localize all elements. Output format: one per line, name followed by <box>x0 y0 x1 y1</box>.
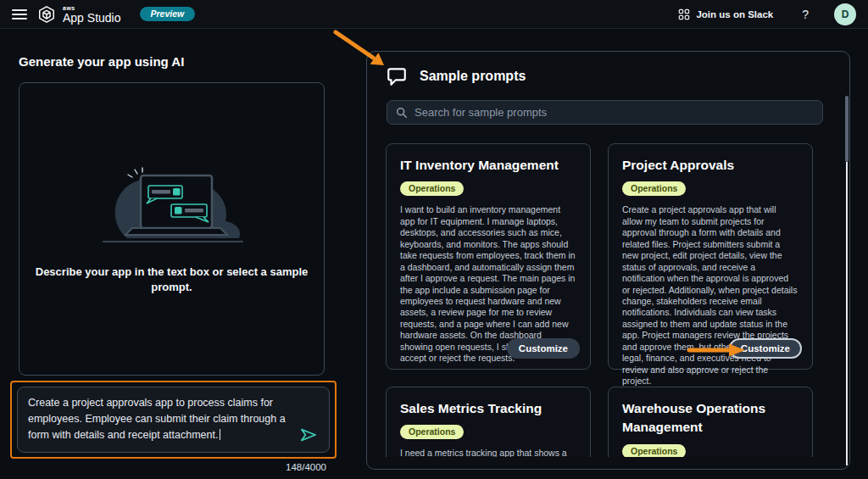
sample-prompts-search[interactable] <box>387 100 823 125</box>
brand-name-label: App Studio <box>63 12 121 24</box>
user-avatar[interactable]: D <box>834 3 856 25</box>
card-description: I need a metrics tracking app that shows… <box>400 448 576 457</box>
sample-prompts-title: Sample prompts <box>420 69 526 84</box>
generate-app-heading: Generate your app using AI <box>19 54 184 69</box>
join-slack-link[interactable]: Join us on Slack <box>678 8 773 20</box>
search-icon <box>396 107 408 119</box>
app-studio-logo[interactable]: aws App Studio <box>37 5 121 24</box>
prompt-highlight-annotation: Create a project approvals app to proces… <box>10 381 337 459</box>
ai-prompt-empty-state: Describe your app in the text box or sel… <box>19 82 325 376</box>
card-title: Warehouse Operations Management <box>622 399 798 437</box>
customize-button[interactable]: Customize <box>729 338 802 359</box>
operations-badge: Operations <box>622 444 686 457</box>
operations-badge: Operations <box>400 181 464 196</box>
empty-state-caption: Describe your app in the text box or sel… <box>35 265 309 294</box>
operations-badge: Operations <box>400 425 464 439</box>
sample-prompt-list: IT Inventory Management Operations I wan… <box>386 143 837 457</box>
prompt-text: Create a project approvals app to proces… <box>28 397 286 441</box>
speech-bubble-icon <box>386 65 408 87</box>
aws-hexagon-logo-icon <box>37 5 56 24</box>
join-slack-label: Join us on Slack <box>696 9 773 19</box>
search-input[interactable] <box>415 106 814 119</box>
card-title: IT Inventory Management <box>400 156 576 175</box>
send-button[interactable] <box>299 427 318 443</box>
card-title: Project Approvals <box>622 156 798 175</box>
card-sales-metrics-tracking: Sales Metrics Tracking Operations I need… <box>386 387 591 457</box>
preview-badge: Preview <box>140 7 196 21</box>
operations-badge: Operations <box>622 181 686 196</box>
card-it-inventory-management: IT Inventory Management Operations I wan… <box>386 143 591 370</box>
card-title: Sales Metrics Tracking <box>400 399 576 418</box>
slack-icon <box>678 8 690 20</box>
app-description-textarea[interactable]: Create a project approvals app to proces… <box>17 387 330 453</box>
card-warehouse-operations-management: Warehouse Operations Management Operatio… <box>608 387 813 457</box>
help-button[interactable]: ? <box>802 8 809 21</box>
laptop-chat-illustration <box>93 164 250 253</box>
card-project-approvals: Project Approvals Operations Create a pr… <box>608 143 813 370</box>
sample-prompts-panel: Sample prompts IT Inventory Management O… <box>366 51 850 470</box>
brand-aws-label: aws <box>63 5 121 11</box>
top-navigation-bar: aws App Studio Preview Join us on Slack … <box>0 0 868 29</box>
customize-button[interactable]: Customize <box>507 338 580 359</box>
panel-scrollbar-thumb[interactable] <box>845 96 849 162</box>
character-counter: 148/4000 <box>10 462 326 472</box>
card-description: Create a project approvals app that will… <box>622 204 798 387</box>
text-cursor <box>220 429 220 440</box>
hamburger-menu-icon[interactable] <box>12 9 27 19</box>
panel-scrollbar-track <box>846 162 848 465</box>
